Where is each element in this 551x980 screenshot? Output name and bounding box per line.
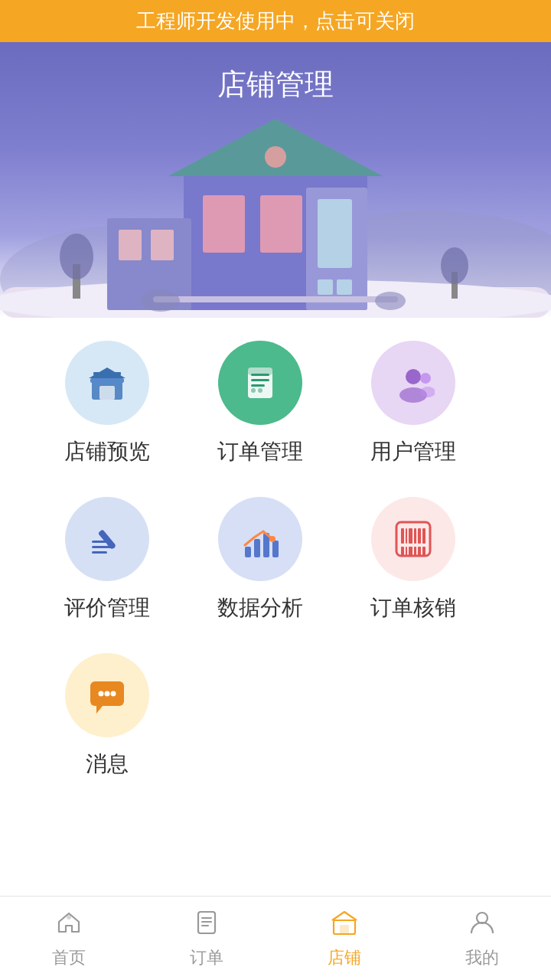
svg-point-37 bbox=[420, 373, 431, 384]
review-icon bbox=[65, 497, 149, 581]
nav-item-store[interactable]: 店铺 bbox=[328, 908, 361, 969]
menu-item-order-manage[interactable]: 订单管理 bbox=[184, 341, 337, 466]
svg-rect-52 bbox=[409, 528, 412, 544]
svg-point-33 bbox=[251, 388, 256, 393]
nav-item-label: 订单 bbox=[190, 946, 223, 969]
menu-section: 店铺预览 订单管理 用户管理 bbox=[0, 318, 551, 817]
menu-item-label: 店铺预览 bbox=[64, 437, 150, 466]
svg-rect-27 bbox=[93, 372, 121, 375]
svg-rect-71 bbox=[201, 925, 209, 926]
menu-item-review-manage[interactable]: 评价管理 bbox=[31, 497, 184, 622]
page-title: 店铺管理 bbox=[0, 65, 551, 104]
svg-rect-41 bbox=[92, 551, 107, 554]
store-nav-icon bbox=[330, 908, 359, 942]
svg-rect-58 bbox=[409, 547, 412, 556]
svg-rect-15 bbox=[151, 230, 174, 260]
svg-rect-73 bbox=[340, 925, 349, 934]
menu-item-user-manage[interactable]: 用户管理 bbox=[337, 341, 490, 466]
svg-rect-8 bbox=[260, 195, 302, 253]
menu-item-label: 订单核销 bbox=[370, 593, 456, 622]
menu-row: 消息 bbox=[31, 653, 520, 779]
menu-item-label: 评价管理 bbox=[64, 593, 150, 622]
svg-rect-54 bbox=[418, 528, 421, 544]
svg-rect-50 bbox=[401, 528, 404, 544]
dev-banner[interactable]: 工程师开发使用中，点击可关闭 bbox=[0, 0, 551, 42]
svg-rect-60 bbox=[418, 547, 421, 556]
svg-rect-70 bbox=[201, 921, 212, 923]
svg-rect-56 bbox=[401, 547, 404, 556]
menu-item-order-verify[interactable]: 订单核销 bbox=[337, 497, 490, 622]
svg-rect-10 bbox=[318, 199, 352, 268]
order-icon bbox=[218, 341, 302, 425]
svg-rect-11 bbox=[318, 279, 333, 295]
home-nav-icon bbox=[54, 908, 83, 942]
verify-icon bbox=[371, 497, 455, 581]
menu-item-store-preview[interactable]: 店铺预览 bbox=[31, 341, 184, 466]
svg-rect-7 bbox=[203, 195, 245, 253]
svg-point-67 bbox=[67, 915, 71, 920]
svg-rect-25 bbox=[99, 386, 115, 400]
dev-banner-text: 工程师开发使用中，点击可关闭 bbox=[136, 9, 415, 32]
nav-item-label: 首页 bbox=[52, 946, 86, 969]
svg-point-48 bbox=[269, 536, 276, 542]
svg-point-21 bbox=[142, 290, 180, 312]
msg-icon bbox=[65, 653, 149, 737]
svg-rect-16 bbox=[153, 296, 398, 302]
menu-item-label: 订单管理 bbox=[217, 437, 303, 466]
menu-item-label: 消息 bbox=[86, 750, 129, 779]
svg-point-20 bbox=[441, 247, 468, 284]
svg-rect-59 bbox=[414, 547, 416, 556]
svg-rect-53 bbox=[414, 528, 416, 544]
svg-rect-51 bbox=[406, 528, 407, 544]
menu-row: 评价管理 数据分析 bbox=[31, 497, 520, 622]
user-icon bbox=[371, 341, 455, 425]
menu-item-label: 数据分析 bbox=[217, 593, 303, 622]
bottom-nav: 首页 订单 店铺 我的 bbox=[0, 896, 551, 980]
svg-point-64 bbox=[99, 691, 104, 697]
svg-rect-47 bbox=[272, 541, 279, 557]
svg-rect-31 bbox=[251, 384, 265, 387]
svg-marker-63 bbox=[96, 706, 103, 714]
svg-rect-69 bbox=[201, 917, 212, 919]
svg-rect-45 bbox=[254, 539, 260, 557]
menu-item-data-analysis[interactable]: 数据分析 bbox=[184, 497, 337, 622]
svg-rect-12 bbox=[337, 279, 352, 295]
menu-row: 店铺预览 订单管理 用户管理 bbox=[31, 341, 520, 466]
menu-item-label: 用户管理 bbox=[370, 437, 456, 466]
svg-rect-55 bbox=[422, 528, 425, 544]
building-illustration bbox=[0, 96, 551, 318]
nav-item-label: 店铺 bbox=[328, 946, 361, 969]
hero-section: 店铺管理 bbox=[0, 42, 551, 318]
svg-rect-61 bbox=[422, 547, 425, 556]
mine-nav-icon bbox=[468, 908, 497, 942]
nav-item-order[interactable]: 订单 bbox=[190, 908, 223, 969]
svg-point-18 bbox=[60, 234, 93, 279]
svg-point-22 bbox=[375, 292, 406, 310]
svg-rect-32 bbox=[248, 368, 272, 375]
svg-point-35 bbox=[406, 369, 421, 384]
svg-point-6 bbox=[265, 146, 286, 168]
store-icon bbox=[65, 341, 149, 425]
order-nav-icon bbox=[192, 908, 221, 942]
svg-point-34 bbox=[258, 388, 262, 393]
menu-item-message[interactable]: 消息 bbox=[31, 653, 184, 779]
svg-rect-57 bbox=[406, 547, 407, 556]
svg-point-65 bbox=[105, 691, 110, 697]
svg-point-66 bbox=[111, 691, 116, 697]
nav-item-home[interactable]: 首页 bbox=[52, 908, 86, 969]
svg-rect-26 bbox=[90, 378, 124, 383]
nav-item-label: 我的 bbox=[465, 946, 499, 969]
svg-rect-44 bbox=[245, 547, 251, 557]
nav-item-mine[interactable]: 我的 bbox=[465, 908, 499, 969]
data-icon bbox=[218, 497, 302, 581]
svg-rect-14 bbox=[119, 230, 142, 260]
svg-rect-30 bbox=[251, 379, 269, 381]
